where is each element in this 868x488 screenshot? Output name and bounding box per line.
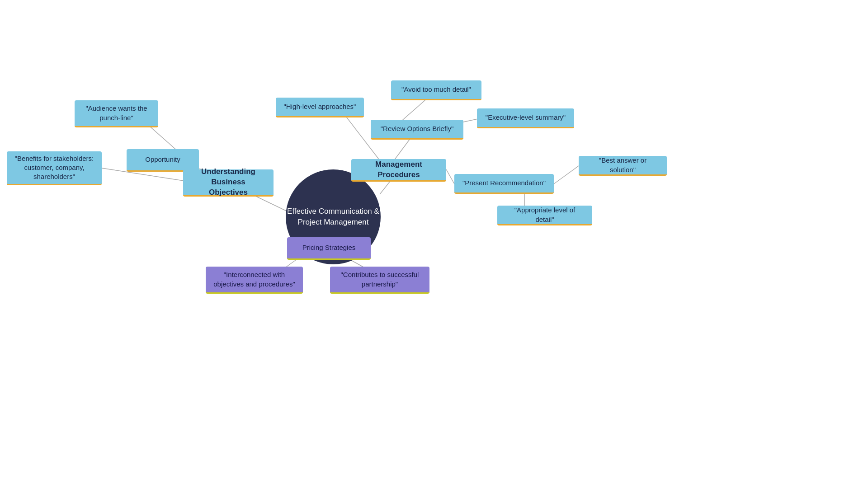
node-label-management: Management Procedures	[359, 160, 439, 180]
node-box-benefits: "Benefits for stakeholders: customer, co…	[7, 151, 102, 185]
node-interconnected[interactable]: "Interconnected with objectives and proc…	[206, 267, 303, 294]
node-label-pricing: Pricing Strategies	[302, 243, 356, 252]
node-pricing[interactable]: Pricing Strategies	[287, 237, 371, 260]
node-contributes[interactable]: "Contributes to successful partnership"	[330, 267, 429, 294]
node-box-present_recommendation: "Present Recommendation"	[454, 174, 554, 194]
node-box-opportunity: Opportunity	[127, 149, 199, 172]
node-box-best_answer: "Best answer or solution"	[579, 156, 667, 176]
node-present_recommendation[interactable]: "Present Recommendation"	[454, 174, 554, 194]
node-box-contributes: "Contributes to successful partnership"	[330, 267, 429, 294]
node-label-executive_summary: "Executive-level summary"	[486, 113, 566, 122]
node-box-management: Management Procedures	[351, 159, 446, 182]
node-box-understanding: Understanding Business Objectives	[183, 169, 274, 197]
node-label-interconnected: "Interconnected with objectives and proc…	[213, 270, 295, 289]
node-understanding[interactable]: Understanding Business Objectives	[183, 169, 274, 197]
node-label-review_options: "Review Options Briefly"	[381, 124, 454, 133]
node-box-audience: "Audience wants the punch-line"	[75, 100, 158, 127]
node-label-best_answer: "Best answer or solution"	[586, 156, 660, 174]
node-label-opportunity: Opportunity	[145, 155, 180, 164]
node-opportunity[interactable]: Opportunity	[127, 149, 199, 172]
node-appropriate_detail[interactable]: "Appropriate level of detail"	[497, 206, 592, 225]
node-executive_summary[interactable]: "Executive-level summary"	[477, 108, 574, 128]
node-label-contributes: "Contributes to successful partnership"	[341, 270, 419, 289]
connection-present_recommendation-best_answer	[554, 166, 579, 184]
node-high_level[interactable]: "High-level approaches"	[276, 98, 364, 117]
node-label-understanding: Understanding Business Objectives	[190, 167, 266, 198]
node-box-executive_summary: "Executive-level summary"	[477, 108, 574, 128]
node-label-present_recommendation: "Present Recommendation"	[462, 178, 546, 188]
node-label-benefits: "Benefits for stakeholders: customer, co…	[15, 154, 94, 182]
center-label: Effective Communication & Project Manage…	[286, 206, 381, 228]
node-management[interactable]: Management Procedures	[351, 159, 446, 182]
node-box-avoid_detail: "Avoid too much detail"	[391, 80, 481, 100]
node-box-review_options: "Review Options Briefly"	[371, 120, 463, 140]
node-box-appropriate_detail: "Appropriate level of detail"	[497, 206, 592, 225]
node-label-high_level: "High-level approaches"	[284, 102, 356, 111]
connection-management-present_recommendation	[446, 169, 454, 184]
node-best_answer[interactable]: "Best answer or solution"	[579, 156, 667, 176]
node-label-avoid_detail: "Avoid too much detail"	[401, 85, 471, 94]
node-label-audience: "Audience wants the punch-line"	[85, 104, 147, 122]
node-box-high_level: "High-level approaches"	[276, 98, 364, 117]
node-avoid_detail[interactable]: "Avoid too much detail"	[391, 80, 481, 100]
node-label-appropriate_detail: "Appropriate level of detail"	[505, 206, 585, 224]
node-box-pricing: Pricing Strategies	[287, 237, 371, 260]
node-box-interconnected: "Interconnected with objectives and proc…	[206, 267, 303, 294]
node-review_options[interactable]: "Review Options Briefly"	[371, 120, 463, 140]
node-audience[interactable]: "Audience wants the punch-line"	[75, 100, 158, 127]
node-benefits[interactable]: "Benefits for stakeholders: customer, co…	[7, 151, 102, 185]
